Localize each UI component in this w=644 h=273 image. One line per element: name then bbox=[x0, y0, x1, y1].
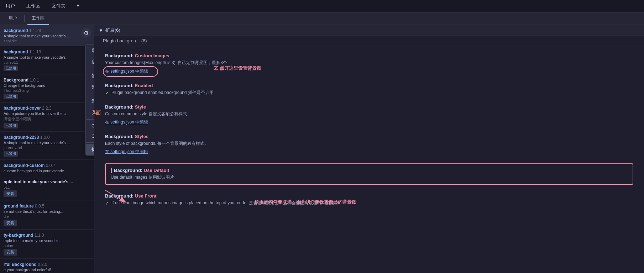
check-text: Plugin background enabled.background 插件是… bbox=[111, 90, 214, 96]
ext-badge-disabled: 已禁用 bbox=[4, 151, 18, 157]
ext-name: ty-background 1.1.0 bbox=[4, 233, 44, 238]
ext-desc: custom background in your vscode bbox=[4, 169, 82, 173]
setting-use-default: Background: Use Default Use default imag… bbox=[105, 163, 633, 185]
ext-author: yuji9511 bbox=[4, 60, 90, 64]
ext-name: rful Background 0.2.0 bbox=[4, 262, 47, 267]
tab-user[interactable]: 用户 bbox=[4, 12, 21, 25]
app: 用户 工作区 文件夹 ▾ 用户 工作区 background 1.1.23 A … bbox=[0, 0, 644, 273]
ext-badge-disabled: 已禁用 bbox=[4, 123, 18, 128]
setting-title: Background: Use Front bbox=[105, 193, 633, 199]
ext-tree-header: ▼ 扩展(6) bbox=[94, 25, 644, 36]
ext-author: 满猪小星小猪满 bbox=[4, 116, 90, 122]
menu-user[interactable]: 用户 bbox=[4, 1, 17, 11]
ctx-enable-workspace[interactable]: 启用(工作区) bbox=[86, 56, 94, 68]
ext-item-tool[interactable]: nple tool to make your vscode's ... 511 … bbox=[0, 176, 94, 200]
ext-name: background 1.1.23 bbox=[4, 28, 41, 33]
check-icon: ✓ bbox=[105, 200, 109, 206]
ctx-sep-3 bbox=[86, 119, 94, 120]
ctx-sep-4 bbox=[86, 142, 94, 143]
ext-desc: Add a picture you like to cover the c bbox=[4, 111, 82, 116]
settings-json-link-1[interactable]: 在 settings.json 中编辑 bbox=[105, 69, 148, 74]
ext-item-bg-cover[interactable]: background-cover 2.2.3 Add a picture you… bbox=[0, 103, 94, 132]
tab-separator bbox=[24, 15, 25, 22]
ext-item-ty-bg[interactable]: ty-background 1.1.0 mple tool to make yo… bbox=[0, 230, 94, 259]
gear-button[interactable]: ⚙ bbox=[81, 28, 91, 38]
setting-desc: Your custom Images(Max length is 3). 自己定… bbox=[105, 60, 633, 66]
tab-bar: 用户 工作区 bbox=[0, 12, 644, 25]
context-menu: 启用 启用(工作区) 禁用 禁用(工作区) 卸载 安装另一个版本... Copy… bbox=[85, 44, 94, 156]
menu-dropdown-icon[interactable]: ▾ bbox=[75, 1, 82, 11]
ctx-install-another[interactable]: 安装另一个版本... bbox=[86, 107, 94, 118]
ctx-copy[interactable]: Copy bbox=[86, 121, 94, 131]
ext-badge-disabled: 已禁用 bbox=[4, 94, 18, 99]
ext-name: ground feature 0.0.5 bbox=[4, 204, 44, 209]
tab-workspace[interactable]: 工作区 bbox=[27, 12, 49, 25]
ctx-disable[interactable]: 禁用 bbox=[86, 70, 94, 82]
ext-item-background-2[interactable]: background 1.1.19 A simple tool to make … bbox=[0, 46, 94, 74]
ext-desc: se not use this,it's just for testing... bbox=[4, 209, 82, 214]
menu-folder[interactable]: 文件夹 bbox=[49, 1, 68, 11]
setting-check: ✓ Plugin background enabled.background 插… bbox=[105, 90, 633, 96]
ext-item-rful-bg[interactable]: rful Background 0.2.0 e your background … bbox=[0, 259, 94, 273]
annotation-note-1: ② 点开这里设置背景图 bbox=[214, 65, 261, 71]
install-button[interactable]: 安装 bbox=[4, 190, 17, 197]
ext-desc: mple tool to make your vscode's ... bbox=[4, 238, 82, 243]
ctx-disable-workspace[interactable]: 禁用(工作区) bbox=[86, 82, 94, 93]
ctx-sep-2 bbox=[86, 94, 94, 94]
ctx-sep-1 bbox=[86, 69, 94, 69]
setting-desc: Each style of backgrounds. 每一个背景图的独有样式。 bbox=[105, 141, 633, 147]
setting-title-colored: Use Front bbox=[135, 193, 157, 199]
ext-tree-sub: Plugin backgrou... (6) bbox=[94, 36, 644, 46]
setting-desc: Custom common style.自定义各项公有样式. bbox=[105, 111, 633, 117]
check-text: If use front image,which means image is … bbox=[111, 200, 339, 206]
ext-item-bg-custom[interactable]: background-custom 0.0.7 custom backgroun… bbox=[0, 160, 94, 176]
setting-check: Use default images.使用默认图片 bbox=[111, 174, 628, 180]
setting-title-colored: Use Default bbox=[144, 168, 169, 173]
ext-tree-label: 扩展(6) bbox=[105, 27, 120, 33]
setting-styles: Background: Styles Each style of backgro… bbox=[105, 134, 633, 155]
main-area: background 1.1.23 A simple tool to make … bbox=[0, 25, 644, 273]
setting-check: ✓ If use front image,which means image i… bbox=[105, 200, 633, 206]
extension-sidebar: background 1.1.23 A simple tool to make … bbox=[0, 25, 94, 273]
ctx-ext-settings[interactable]: 扩展设置 bbox=[86, 144, 94, 155]
settings-content: Background: Custom Images Your custom Im… bbox=[94, 46, 644, 222]
setting-title: Background: Styles bbox=[105, 134, 633, 139]
settings-panel: Background: Custom Images Your custom Im… bbox=[94, 46, 644, 222]
ext-name: background-cover 2.2.3 bbox=[4, 106, 52, 111]
setting-style: Background: Style Custom common style.自定… bbox=[105, 104, 633, 125]
ext-name: nple tool to make your vscode's ... bbox=[4, 179, 73, 184]
collapse-icon[interactable]: ▼ bbox=[99, 28, 103, 33]
check-text: Use default images.使用默认图片 bbox=[111, 174, 174, 180]
ext-desc: A simple tool to make your vscode's ... bbox=[4, 34, 82, 38]
ext-item-bg-2233[interactable]: background-2233 1.0.0 A simple tool to m… bbox=[0, 132, 94, 160]
ext-author: 511 bbox=[4, 185, 90, 189]
ext-name: Background 1.0.1 bbox=[4, 78, 39, 83]
install-button[interactable]: 安装 bbox=[4, 220, 17, 226]
install-button[interactable]: 安装 bbox=[4, 249, 17, 256]
ext-name: background 1.1.19 bbox=[4, 49, 41, 54]
settings-json-link-2[interactable]: 在 settings.json 中编辑 bbox=[105, 120, 148, 125]
ext-desc: Change the background bbox=[4, 83, 82, 88]
ext-desc: A simple tool to make your vscode's ... bbox=[4, 141, 82, 145]
settings-json-link-3[interactable]: 在 settings.json 中编辑 bbox=[105, 149, 148, 154]
setting-title-colored: Enabled bbox=[135, 83, 153, 88]
menu-workspace[interactable]: 工作区 bbox=[24, 1, 42, 11]
setting-custom-images: Background: Custom Images Your custom Im… bbox=[105, 53, 633, 74]
ext-name: background-2233 1.0.0 bbox=[4, 135, 49, 140]
setting-title: Background: Use Default bbox=[111, 168, 628, 173]
setting-title: Background: Style bbox=[105, 104, 633, 110]
ext-author: die bbox=[4, 214, 90, 219]
ext-item-Background-3[interactable]: Background 1.0.1 Change the background T… bbox=[0, 74, 94, 103]
ext-item-ground-feature[interactable]: ground feature 0.0.5 se not use this,it'… bbox=[0, 200, 94, 230]
setting-title: Background: Enabled bbox=[105, 83, 633, 88]
ctx-copy-ext-id[interactable]: Copy Extension Id bbox=[86, 131, 94, 141]
ext-desc: A simple tool to make your vscode's bbox=[4, 55, 82, 59]
ctx-uninstall[interactable]: 卸载 bbox=[86, 95, 94, 107]
ext-name: background-custom 0.0.7 bbox=[4, 163, 55, 168]
ctx-enable[interactable]: 启用 bbox=[86, 45, 94, 56]
topbar-menus: 用户 工作区 文件夹 ▾ bbox=[4, 1, 82, 11]
setting-title: Background: Custom Images bbox=[105, 53, 633, 58]
ext-desc: e your background colorful! bbox=[4, 268, 82, 272]
ext-item-background-1[interactable]: background 1.1.23 A simple tool to make … bbox=[0, 25, 94, 46]
content-area: ▼ 扩展(6) Plugin backgrou... (6) Backgroun… bbox=[94, 25, 644, 273]
